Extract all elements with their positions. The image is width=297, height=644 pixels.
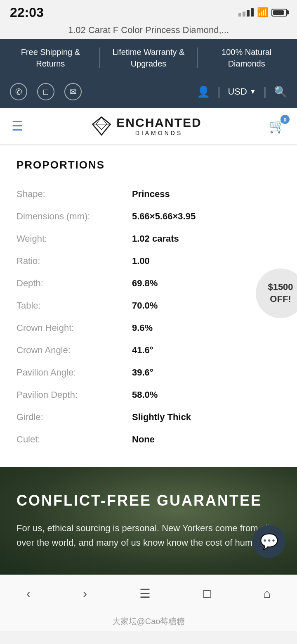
wifi-icon: 📶 [257, 7, 268, 18]
page-title: 1.02 Carat F Color Princess Diamond,... [0, 23, 297, 39]
status-icons: 📶 [238, 7, 287, 18]
cart-badge: 0 [280, 115, 290, 124]
logo-name: ENCHANTED [116, 116, 201, 130]
prop-value: 70.0% [132, 300, 158, 311]
phone-icon[interactable]: ✆ [10, 83, 27, 100]
table-row: Dimensions (mm): 5.66×5.66×3.95 [16, 205, 280, 228]
table-row: Girdle: Slightly Thick [16, 406, 280, 428]
prop-label: Shape: [16, 189, 132, 200]
promo-item-shipping: Free Shipping &Returns [5, 46, 96, 69]
battery-icon [271, 9, 287, 17]
prop-value: 58.0% [132, 390, 158, 400]
watermark: 大家坛@Cao莓糖糖 [0, 612, 297, 631]
discount-label: OFF! [270, 293, 291, 305]
prop-value: 69.8% [132, 278, 158, 289]
menu-button[interactable]: ☰ [139, 586, 151, 601]
prop-label: Dimensions (mm): [16, 211, 132, 222]
tabs-button[interactable]: □ [203, 587, 211, 601]
diamond-logo-icon [91, 115, 112, 137]
prop-value: Princess [132, 189, 170, 200]
prop-value: 41.6° [132, 345, 153, 356]
prop-value: None [132, 434, 155, 445]
logo[interactable]: ENCHANTED DIAMONDS [91, 115, 201, 137]
prop-label: Weight: [16, 233, 132, 244]
prop-label: Crown Angle: [16, 345, 132, 356]
search-icon[interactable]: 🔍 [274, 86, 287, 98]
site-header: ☰ ENCHANTED DIAMONDS 🛒 0 [0, 108, 297, 145]
cart-icon[interactable]: 🛒 0 [269, 118, 285, 134]
prop-value: Slightly Thick [132, 412, 191, 423]
promo-bar: Free Shipping &Returns Lifetime Warranty… [0, 39, 297, 77]
back-button[interactable]: ‹ [26, 587, 31, 601]
table-row: Shape: Princess [16, 183, 280, 205]
bottom-nav: ‹ › ☰ □ ⌂ [0, 575, 297, 612]
email-icon[interactable]: ✉ [64, 83, 82, 100]
home-button[interactable]: ⌂ [263, 587, 271, 601]
table-row: Culet: None [16, 428, 280, 451]
table-row: Pavilion Angle: 39.6° [16, 361, 280, 384]
prop-value: 1.00 [132, 256, 150, 266]
prop-label: Girdle: [16, 412, 132, 423]
hamburger-menu[interactable]: ☰ [12, 118, 24, 134]
prop-value: 9.6% [132, 323, 153, 333]
table-row: Weight: 1.02 carats [16, 228, 280, 250]
conflict-free-section: CONFLICT-FREE GUARANTEE For us, ethical … [0, 467, 297, 575]
account-currency-search: 👤 | USD ▼ | 🔍 [197, 85, 287, 98]
table-row: Crown Height: 9.6% [16, 317, 280, 339]
signal-icon [238, 8, 254, 17]
logo-subtitle: DIAMONDS [116, 130, 201, 136]
chevron-down-icon: ▼ [250, 88, 256, 95]
table-row: Pavilion Depth: 58.0% [16, 384, 280, 406]
table-row: Crown Angle: 41.6° [16, 339, 280, 361]
prop-label: Culet: [16, 434, 132, 445]
proportions-section: PROPORTIONS Shape: Princess Dimensions (… [0, 145, 297, 467]
promo-item-natural: 100% NaturalDiamonds [201, 46, 292, 69]
chat-button[interactable]: 💬 [252, 525, 285, 558]
proportions-title: PROPORTIONS [16, 159, 280, 171]
account-icon[interactable]: 👤 [197, 86, 210, 98]
table-row: Depth: 69.8% [16, 272, 280, 295]
currency-label: USD [228, 86, 247, 97]
contact-icons: ✆ □ ✉ [10, 83, 82, 100]
svg-marker-0 [93, 117, 111, 135]
promo-divider-1 [99, 48, 100, 68]
svg-marker-1 [96, 117, 107, 129]
prop-value: 1.02 carats [132, 233, 179, 244]
table-row: Ratio: 1.00 [16, 250, 280, 272]
conflict-free-title: CONFLICT-FREE GUARANTEE [16, 492, 280, 509]
chat-nav-icon[interactable]: □ [37, 83, 54, 100]
proportions-table: Shape: Princess Dimensions (mm): 5.66×5.… [16, 183, 280, 451]
promo-divider-2 [197, 48, 198, 68]
status-bar: 22:03 📶 [0, 0, 297, 23]
prop-label: Pavilion Angle: [16, 367, 132, 378]
table-row: Table: 70.0% [16, 295, 280, 317]
logo-text: ENCHANTED DIAMONDS [116, 116, 201, 136]
chat-widget-icon: 💬 [260, 533, 278, 550]
forward-button[interactable]: › [83, 587, 87, 601]
prop-label: Table: [16, 300, 132, 311]
prop-label: Ratio: [16, 256, 132, 266]
prop-value: 39.6° [132, 367, 153, 378]
prop-label: Depth: [16, 278, 132, 289]
discount-amount: $1500 [268, 281, 293, 293]
status-time: 22:03 [10, 5, 44, 20]
prop-label: Pavilion Depth: [16, 390, 132, 400]
promo-item-warranty: Lifetime Warranty &Upgrades [103, 46, 194, 69]
icon-nav-bar: ✆ □ ✉ 👤 | USD ▼ | 🔍 [0, 77, 297, 108]
prop-value: 5.66×5.66×3.95 [132, 211, 196, 222]
conflict-free-text: For us, ethical sourcing is personal. Ne… [16, 521, 280, 550]
prop-label: Crown Height: [16, 323, 132, 333]
currency-selector[interactable]: USD ▼ [228, 86, 256, 97]
